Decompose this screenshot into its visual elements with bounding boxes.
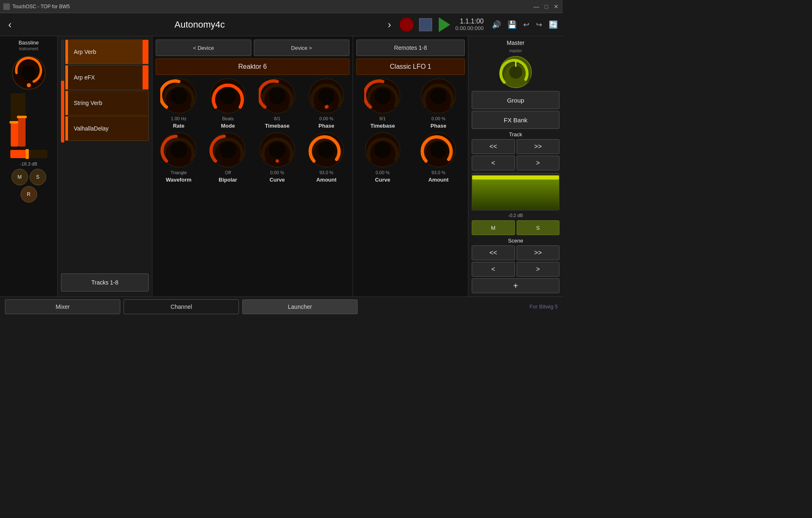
mode-knob-container: Beats Mode — [205, 77, 251, 129]
minimize-button[interactable]: — — [533, 3, 540, 10]
launcher-button[interactable]: Launcher — [242, 299, 358, 314]
track-prev-prev-button[interactable]: << — [472, 139, 515, 154]
record-button[interactable] — [399, 17, 414, 32]
svg-point-22 — [430, 88, 447, 104]
lfo-curve-knob[interactable] — [364, 131, 401, 168]
track-item[interactable]: ValhallaDelay — [65, 116, 149, 141]
solo-button[interactable]: S — [30, 169, 46, 185]
add-scene-button[interactable]: + — [472, 278, 559, 293]
device-title-row: Reaktor 6 — [156, 58, 349, 75]
waveform-knob[interactable] — [160, 131, 197, 168]
lfo-phase-label: Phase — [431, 123, 446, 129]
lfo-phase-value: 0.00 % — [431, 116, 445, 121]
scene-next-next-button[interactable]: >> — [517, 245, 560, 260]
fx-bank-button[interactable]: FX Bank — [472, 111, 559, 129]
curve-value: 0.00 % — [270, 170, 284, 175]
master-knob-container — [472, 56, 559, 89]
save-icon[interactable]: 💾 — [508, 20, 517, 29]
track-name: Arp eFX — [74, 74, 95, 81]
bipolar-knob-container: Off Bipolar — [205, 131, 251, 183]
rate-value: 1.00 Hz — [171, 116, 187, 121]
scene-prev-prev-button[interactable]: << — [472, 245, 515, 260]
track-item[interactable]: Arp Verb — [65, 40, 149, 64]
speaker-icon[interactable]: 🔊 — [492, 20, 501, 29]
lfo-curve-label: Curve — [375, 177, 390, 183]
play-button[interactable] — [439, 17, 450, 32]
bassline-knob[interactable] — [10, 54, 47, 91]
bassline-knob-container — [10, 54, 47, 91]
scene-prev-button[interactable]: < — [472, 262, 515, 277]
redo-icon[interactable]: ↪ — [536, 20, 542, 29]
master-knob[interactable] — [499, 56, 532, 89]
bassline-fader-track — [11, 93, 18, 147]
waveform-knob-container: Triangle Waveform — [156, 131, 202, 183]
timebase-knob-container: 8/1 Timebase — [254, 77, 300, 129]
forward-button[interactable]: › — [384, 17, 394, 32]
group-button[interactable]: Group — [472, 91, 559, 109]
mixer-button[interactable]: Mixer — [5, 299, 120, 314]
master-ms-buttons: M S — [472, 220, 559, 235]
content-area: Bassline instrument — [0, 36, 563, 296]
svg-point-26 — [430, 142, 447, 158]
close-button[interactable]: ✕ — [553, 3, 559, 10]
lfo-amount-knob[interactable] — [420, 131, 457, 168]
waveform-label: Waveform — [166, 177, 192, 183]
track-next-next-button[interactable]: >> — [517, 139, 560, 154]
record-arm-button[interactable]: R — [21, 186, 37, 203]
mute-button[interactable]: M — [12, 169, 28, 185]
device-name-label: Reaktor 6 — [156, 58, 349, 75]
lfo-phase-container: 0.00 % Phase — [412, 77, 465, 129]
maximize-button[interactable]: □ — [543, 3, 550, 10]
scene-section: Scene << >> < > + — [472, 238, 559, 293]
timebase-knob[interactable] — [259, 77, 296, 114]
titlebar: TouchOSC - TOP for BW5 — □ ✕ — [0, 0, 563, 13]
svg-point-1 — [27, 83, 31, 87]
bipolar-knob[interactable] — [209, 131, 246, 168]
phase-knob[interactable] — [308, 77, 345, 114]
lfo-timebase-knob[interactable] — [364, 77, 401, 114]
track-name: String Verb — [74, 100, 102, 106]
rate-knob[interactable] — [160, 77, 197, 114]
lfo-curve-container: 0.00 % Curve — [356, 131, 409, 183]
bipolar-value: Off — [225, 170, 231, 175]
tracks-nav-row: Tracks 1-8 — [61, 272, 149, 293]
next-device-button[interactable]: Device > — [254, 40, 349, 56]
amount-knob[interactable] — [308, 131, 345, 168]
track-name: Arp Verb — [74, 49, 96, 55]
curve-knob[interactable] — [259, 131, 296, 168]
track-section: Track << >> < > — [472, 131, 559, 170]
master-fader[interactable] — [472, 173, 559, 210]
remotes-1-8-button[interactable]: Remotes 1-8 — [356, 40, 465, 56]
toolbar-icons: 🔊 💾 ↩ ↪ 🔄 — [492, 20, 558, 29]
scene-next-button[interactable]: > — [517, 262, 560, 277]
remote-panel: Remotes 1-8 Classic LFO 1 8/1 Timebase — [353, 36, 468, 296]
svg-point-28 — [509, 65, 522, 79]
track-item[interactable]: Arp eFX — [65, 65, 149, 90]
lfo-knobs-row2: 0.00 % Curve 93.0 % Amount — [356, 131, 465, 183]
refresh-icon[interactable]: 🔄 — [549, 20, 558, 29]
svg-point-14 — [220, 142, 236, 158]
stop-button[interactable] — [419, 18, 432, 31]
lfo-phase-knob[interactable] — [420, 77, 457, 114]
bipolar-label: Bipolar — [219, 177, 237, 183]
svg-point-12 — [171, 142, 187, 158]
master-mute-button[interactable]: M — [472, 220, 515, 235]
amount-value: 93.0 % — [319, 170, 333, 175]
main-container: ‹ Autonomy4c › 1.1.1:00 0.00.00:000 🔊 💾 … — [0, 13, 563, 316]
channel-button[interactable]: Channel — [124, 299, 239, 314]
master-solo-button[interactable]: S — [517, 220, 560, 235]
phase-value: 0.00 % — [319, 116, 333, 121]
mode-knob[interactable] — [209, 77, 246, 114]
undo-icon[interactable]: ↩ — [523, 20, 529, 29]
bottombar: Mixer Channel Launcher For Bitwig 5 — [0, 296, 563, 316]
prev-device-button[interactable]: < Device — [156, 40, 251, 56]
track-item[interactable]: String Verb — [65, 91, 149, 115]
curve-knob-container: 0.00 % Curve — [254, 131, 300, 183]
track-next-button[interactable]: > — [517, 156, 560, 170]
left-panel: Bassline instrument — [0, 36, 58, 296]
track-prev-button[interactable]: < — [472, 156, 515, 170]
tracks-1-8-button[interactable]: Tracks 1-8 — [61, 273, 149, 292]
lfo-amount-container: 93.0 % Amount — [412, 131, 465, 183]
time-elapsed: 0.00.00:000 — [455, 25, 484, 31]
back-button[interactable]: ‹ — [5, 17, 15, 32]
